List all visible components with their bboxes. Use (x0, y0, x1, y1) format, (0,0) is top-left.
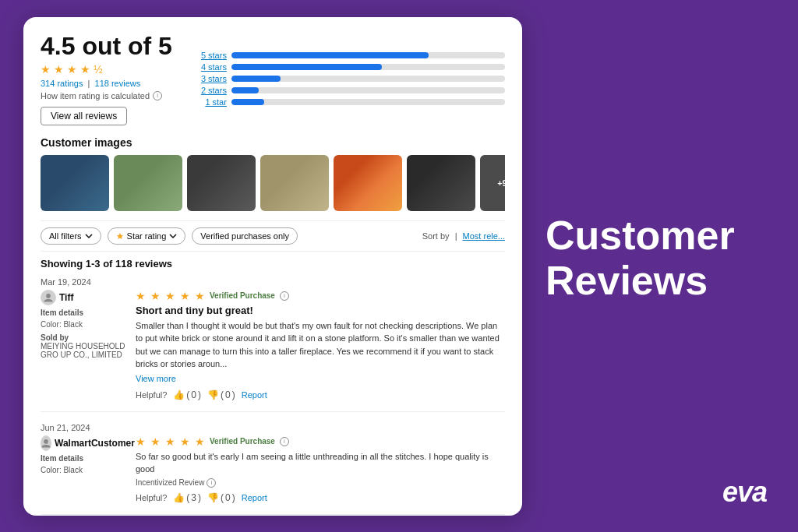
bar-row-3: 3 stars (196, 74, 505, 83)
star-icon (116, 232, 124, 240)
bar-label-5[interactable]: 5 stars (196, 51, 227, 60)
item-color-2: Color: Black (41, 466, 83, 474)
more-images-overlay[interactable]: +9 ima... (480, 155, 505, 211)
helpful-row-2: Helpful? 👍 (3) 👎 (0) Report (136, 492, 505, 503)
item-details-2: Item details Color: Black (41, 453, 126, 476)
bar-row-2: 2 stars (196, 86, 505, 95)
thumbs-up-count-1: 0 (191, 389, 196, 400)
reviewer-name-2: WalmartCustomer (55, 438, 135, 449)
avatar-2 (41, 435, 51, 451)
sort-row: Sort by | Most rele... (422, 231, 505, 241)
thumbs-down-count-2: 0 (225, 492, 231, 503)
thumbs-down-icon-2: 👎 (207, 492, 219, 503)
review-title-1: Short and tiny but great! (136, 305, 505, 316)
info-icon: i (153, 91, 162, 100)
all-filters-label: All filters (49, 231, 82, 241)
customer-images-title: Customer images (41, 136, 505, 149)
incentivized-text-2: Incentivized Review (136, 478, 204, 487)
customer-image-7[interactable]: +9 ima... (480, 155, 505, 211)
info-icon-1: i (280, 291, 289, 301)
verified-label: Verified purchases only (200, 231, 289, 241)
bar-track-3 (231, 76, 505, 82)
rv2-s5: ★ (195, 435, 205, 448)
star-4: ★ (80, 63, 90, 76)
report-link-1[interactable]: Report (242, 390, 267, 400)
rating-summary: 4.5 out of 5 ★ ★ ★ ★ ½ 314 ratings | 118… (41, 33, 505, 125)
stars-display: ★ ★ ★ ★ ½ (41, 63, 172, 76)
rv1-s4: ★ (180, 290, 190, 302)
thumbs-down-1[interactable]: 👎 (0) (207, 389, 235, 400)
bar-track-4 (231, 64, 505, 70)
bar-row-4: 4 stars (196, 62, 505, 72)
bar-fill-1 (231, 99, 264, 105)
customer-image-3[interactable] (187, 155, 256, 211)
thumbs-down-count-1: 0 (225, 389, 231, 400)
chevron-down-icon-2 (169, 232, 177, 240)
verified-filter-button[interactable]: Verified purchases only (192, 227, 298, 245)
svg-marker-0 (117, 233, 123, 239)
bar-fill-4 (231, 64, 382, 70)
thumbs-up-2[interactable]: 👍 (3) (173, 492, 201, 503)
customer-image-1[interactable] (41, 155, 109, 211)
helpful-label-1: Helpful? (136, 390, 167, 400)
bar-row-5: 5 stars (196, 51, 505, 60)
sort-value[interactable]: Most rele... (463, 231, 505, 241)
review-item-2: Jun 21, 2024 WalmartCustomer Item detail… (41, 423, 505, 515)
info-icon-2: i (280, 437, 289, 446)
right-panel: CustomerReviews eva (522, 198, 775, 333)
bar-label-1[interactable]: 1 star (196, 97, 227, 107)
customer-image-4[interactable] (260, 155, 329, 211)
filters-row: All filters Star rating Verified purchas… (41, 220, 505, 252)
customer-image-2[interactable] (114, 155, 182, 211)
rating-bars: 5 stars 4 stars 3 stars (196, 33, 505, 125)
report-link-2[interactable]: Report (242, 493, 267, 502)
view-more-1[interactable]: View more (136, 374, 176, 383)
review-stars-row-1: ★ ★ ★ ★ ★ Verified Purchase i (136, 290, 505, 302)
incentivized-info-icon-2: i (207, 478, 216, 488)
helpful-label-2: Helpful? (136, 493, 167, 502)
thumbs-up-count-2: 3 (191, 492, 196, 503)
rv1-s1: ★ (136, 290, 146, 302)
thumbs-up-icon-2: 👍 (173, 492, 185, 503)
review-item-1: Mar 19, 2024 Tiff Item details Color: Bl… (41, 277, 505, 412)
rv2-s4: ★ (180, 435, 190, 448)
sold-by-value-1: MEIYING HOUSEHOLD GRO UP CO., LIMITED (41, 342, 125, 359)
review-content-1: ★ ★ ★ ★ ★ Verified Purchase i Short and … (136, 290, 505, 400)
star-1: ★ (41, 63, 51, 76)
rv2-s1: ★ (136, 435, 146, 448)
view-all-reviews-button[interactable]: View all reviews (41, 107, 127, 125)
star-half: ½ (94, 63, 103, 76)
bar-fill-2 (231, 87, 259, 93)
bar-track-2 (231, 87, 505, 93)
rv2-s3: ★ (165, 435, 175, 448)
avatar-1 (41, 290, 56, 305)
reviewer-name-1: Tiff (59, 292, 73, 303)
thumbs-down-2[interactable]: 👎 (0) (207, 492, 235, 503)
thumbs-down-icon-1: 👎 (207, 389, 219, 400)
person-icon-2 (41, 438, 51, 449)
reviews-link[interactable]: 118 reviews (95, 79, 141, 88)
sort-by-label: Sort by (422, 231, 450, 241)
star-rating-button[interactable]: Star rating (108, 227, 186, 245)
rating-score: 4.5 out of 5 (41, 33, 172, 60)
verified-badge-1: Verified Purchase (210, 291, 275, 300)
customer-image-6[interactable] (407, 155, 475, 211)
rating-meta: 314 ratings | 118 reviews (41, 79, 172, 88)
bar-label-3[interactable]: 3 stars (196, 74, 227, 83)
all-filters-button[interactable]: All filters (41, 227, 101, 245)
verified-badge-2: Verified Purchase (210, 437, 275, 446)
ratings-link[interactable]: 314 ratings (41, 79, 83, 88)
chevron-down-icon (85, 232, 93, 240)
bar-label-2[interactable]: 2 stars (196, 86, 227, 95)
thumbs-up-1[interactable]: 👍 (0) (173, 389, 201, 400)
customer-image-5[interactable] (334, 155, 402, 211)
customer-images-row: +9 ima... (41, 155, 505, 211)
reviewer-avatar-row-2: WalmartCustomer (41, 435, 126, 451)
rating-info: How item rating is calculated i (41, 91, 172, 100)
person-icon-1 (43, 292, 54, 303)
sold-by-1: Sold by MEIYING HOUSEHOLD GRO UP CO., LI… (41, 333, 126, 359)
bar-fill-5 (231, 52, 429, 58)
star-2: ★ (54, 63, 64, 76)
bar-label-4[interactable]: 4 stars (196, 62, 227, 72)
rv1-s5: ★ (195, 290, 205, 302)
